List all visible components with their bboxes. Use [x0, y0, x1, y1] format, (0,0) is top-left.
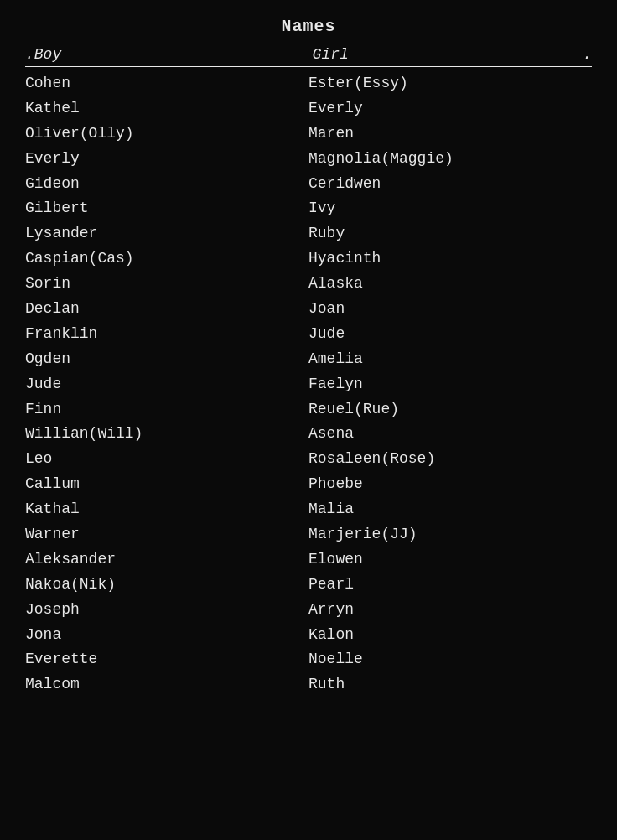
girl-name: Everly: [308, 97, 592, 121]
boy-name: Lysander: [25, 222, 308, 246]
boy-name: Declan: [25, 298, 308, 321]
girl-name: Rosaleen(Rose): [308, 448, 592, 471]
boy-name: Sorin: [25, 272, 308, 296]
header-boy-label: .Boy: [25, 46, 296, 63]
name-row: JosephArryn: [25, 599, 592, 622]
boy-name: Willian(Will): [25, 423, 308, 446]
girl-name: Ester(Essy): [308, 72, 592, 96]
name-row: KathalMalia: [25, 498, 592, 521]
girl-name: Joan: [308, 298, 592, 321]
girl-name: Pearl: [308, 573, 592, 597]
girl-name: Maren: [308, 122, 592, 146]
girl-name: Marjerie(JJ): [308, 523, 592, 547]
name-row: EveretteNoelle: [25, 648, 592, 671]
boy-name: Cohen: [25, 72, 308, 96]
name-row: LeoRosaleen(Rose): [25, 448, 592, 471]
boy-name: Caspian(Cas): [25, 247, 308, 271]
girl-name: Amelia: [308, 348, 592, 371]
girl-name: Faelyn: [308, 373, 592, 397]
boy-name: Jude: [25, 373, 308, 397]
name-row: AleksanderElowen: [25, 548, 592, 572]
boy-name: Ogden: [25, 348, 308, 371]
name-row: GideonCeridwen: [25, 173, 592, 196]
name-row: JudeFaelyn: [25, 373, 592, 397]
name-row: FinnReuel(Rue): [25, 398, 592, 422]
header-girl-label: Girl: [296, 46, 583, 63]
names-list: CohenEster(Essy)KathelEverlyOliver(Olly)…: [25, 72, 592, 697]
boy-name: Callum: [25, 473, 308, 496]
boy-name: Warner: [25, 523, 308, 547]
name-row: EverlyMagnolia(Maggie): [25, 148, 592, 171]
name-row: FranklinJude: [25, 323, 592, 346]
name-row: Oliver(Olly)Maren: [25, 122, 592, 146]
name-row: MalcomRuth: [25, 673, 592, 697]
header-row: .Boy Girl .: [25, 46, 592, 67]
name-row: LysanderRuby: [25, 222, 592, 246]
boy-name: Everette: [25, 648, 308, 671]
girl-name: Arryn: [308, 599, 592, 622]
girl-name: Alaska: [308, 272, 592, 296]
girl-name: Ivy: [308, 197, 592, 220]
girl-name: Reuel(Rue): [308, 398, 592, 422]
name-row: Nakoa(Nik)Pearl: [25, 573, 592, 597]
name-row: OgdenAmelia: [25, 348, 592, 371]
boy-name: Joseph: [25, 599, 308, 622]
name-row: SorinAlaska: [25, 272, 592, 296]
girl-name: Ruth: [308, 673, 592, 697]
girl-name: Noelle: [308, 648, 592, 671]
boy-name: Leo: [25, 448, 308, 471]
name-row: CohenEster(Essy): [25, 72, 592, 96]
girl-name: Asena: [308, 423, 592, 446]
girl-name: Ruby: [308, 222, 592, 246]
boy-name: Nakoa(Nik): [25, 573, 308, 597]
boy-name: Malcom: [25, 673, 308, 697]
boy-name: Gideon: [25, 173, 308, 196]
page-title: Names: [25, 17, 592, 36]
name-row: Caspian(Cas)Hyacinth: [25, 247, 592, 271]
boy-name: Kathel: [25, 97, 308, 121]
girl-name: Kalon: [308, 624, 592, 647]
name-row: JonaKalon: [25, 624, 592, 647]
boy-name: Finn: [25, 398, 308, 422]
header-dot-right: .: [583, 46, 592, 63]
girl-name: Magnolia(Maggie): [308, 148, 592, 171]
name-row: GilbertIvy: [25, 197, 592, 220]
name-row: Willian(Will)Asena: [25, 423, 592, 446]
boy-name: Oliver(Olly): [25, 122, 308, 146]
name-row: DeclanJoan: [25, 298, 592, 321]
boy-name: Everly: [25, 148, 308, 171]
girl-name: Ceridwen: [308, 173, 592, 196]
name-row: CallumPhoebe: [25, 473, 592, 496]
girl-name: Phoebe: [308, 473, 592, 496]
name-row: WarnerMarjerie(JJ): [25, 523, 592, 547]
girl-name: Malia: [308, 498, 592, 521]
boy-name: Jona: [25, 624, 308, 647]
boy-name: Gilbert: [25, 197, 308, 220]
boy-name: Kathal: [25, 498, 308, 521]
boy-name: Franklin: [25, 323, 308, 346]
girl-name: Elowen: [308, 548, 592, 572]
boy-name: Aleksander: [25, 548, 308, 572]
girl-name: Hyacinth: [308, 247, 592, 271]
name-row: KathelEverly: [25, 97, 592, 121]
girl-name: Jude: [308, 323, 592, 346]
